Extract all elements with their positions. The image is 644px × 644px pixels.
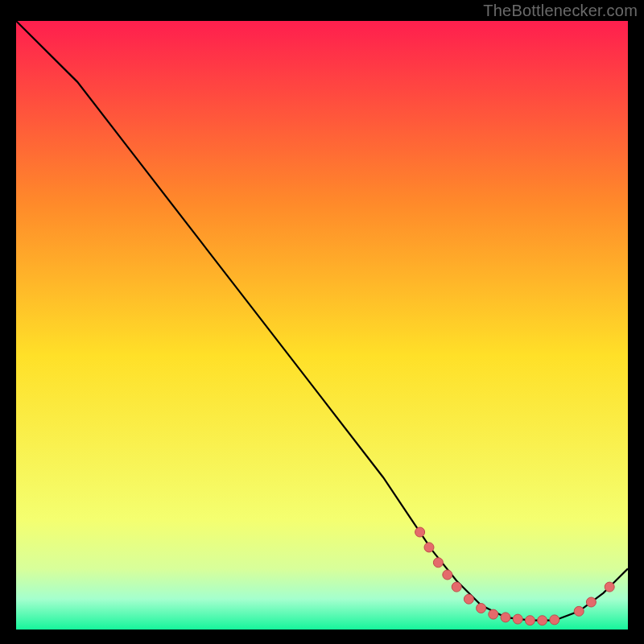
plot-area <box>16 21 628 630</box>
marker-dot <box>443 570 452 580</box>
marker-dot <box>489 609 498 619</box>
marker-dot <box>452 582 461 592</box>
marker-dot <box>550 615 559 625</box>
chart-container: TheBottlenecker.com <box>0 0 644 644</box>
marker-dot <box>538 616 547 625</box>
marker-dot <box>513 614 522 624</box>
marker-dot <box>501 613 510 622</box>
marker-dot <box>525 616 535 625</box>
marker-dot <box>586 597 596 607</box>
marker-dot <box>574 606 584 616</box>
marker-dot <box>605 582 614 592</box>
marker-dot <box>424 543 434 552</box>
chart-svg <box>16 21 628 630</box>
gradient-background <box>16 21 628 630</box>
marker-dot <box>464 594 473 604</box>
attribution-text: TheBottlenecker.com <box>483 2 638 20</box>
marker-dot <box>477 604 486 613</box>
marker-dot <box>415 527 425 537</box>
marker-dot <box>433 558 443 568</box>
